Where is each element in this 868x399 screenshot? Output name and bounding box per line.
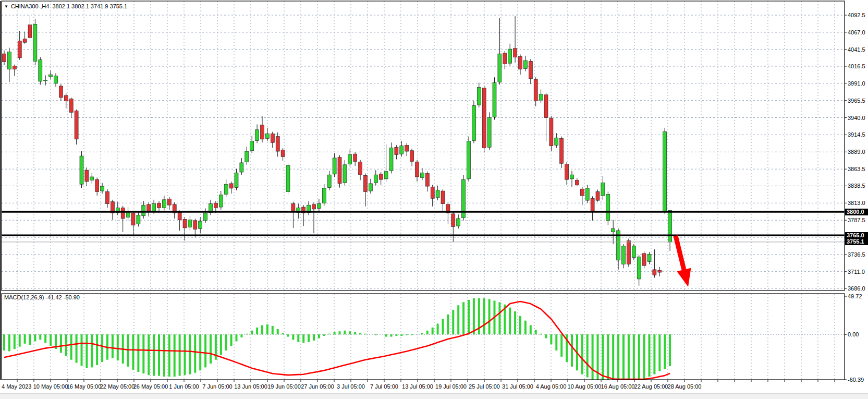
candle-body [369, 184, 372, 191]
macd-axis-label-bottom: -60.39 [848, 377, 864, 383]
candle-body [467, 141, 471, 179]
candle-body [477, 88, 481, 105]
candle-body [482, 88, 486, 148]
candle-body [204, 213, 207, 221]
price-axis-label: 3813.0 [848, 200, 865, 207]
candle-body [271, 134, 274, 143]
price-axis-label: 4041.5 [848, 46, 865, 53]
candle-body [229, 184, 233, 188]
candle-body [663, 132, 667, 212]
candle-body [312, 204, 316, 209]
price-axis-label: 3940.0 [848, 115, 865, 122]
candle-body [95, 179, 99, 191]
candle-body [642, 253, 646, 265]
candle-body [374, 175, 377, 183]
candle-body [18, 41, 21, 58]
candle-body [519, 56, 522, 69]
resistance-price-box: 3800.0 [845, 209, 868, 215]
candle-body [101, 186, 104, 191]
candle-body [415, 162, 419, 177]
candle-body [281, 150, 285, 156]
candle-body [75, 111, 78, 139]
support-price-box: 3765.0 [845, 232, 868, 239]
candle-body [534, 79, 537, 101]
macd-indicator-label: MACD(12,26,9) -41.42 -50.90 [4, 294, 80, 300]
macd-axis-label-top: 49.72 [848, 293, 862, 300]
candle-body [39, 60, 42, 81]
candle-body [240, 163, 243, 172]
candle-body [627, 240, 630, 264]
candle-body [178, 212, 181, 220]
candle-body [487, 118, 491, 148]
candle-body [90, 177, 94, 180]
candle-body [23, 39, 27, 42]
candle-body [389, 148, 393, 171]
candle-body [493, 83, 496, 117]
candle-body [214, 203, 217, 208]
candle-body [152, 204, 156, 211]
candle-body [224, 184, 228, 194]
candle-body [539, 94, 543, 100]
candle-body [523, 61, 527, 68]
price-axis-label: 3736.5 [848, 251, 865, 258]
price-axis-label: 3965.5 [848, 98, 865, 104]
candle-body [425, 174, 429, 186]
candle-body [49, 75, 53, 77]
candle-body [498, 54, 502, 82]
candle-body [395, 147, 398, 154]
candle-body [121, 208, 125, 219]
price-axis-label: 4067.0 [848, 29, 865, 36]
candle-body [327, 175, 331, 187]
price-axis-label: 4092.5 [848, 12, 865, 19]
candle-body [420, 173, 424, 177]
candle-body [653, 270, 656, 275]
candle-body [54, 76, 58, 83]
price-axis-label: 3711.0 [848, 269, 865, 275]
candlestick-chart-canvas[interactable] [0, 0, 868, 399]
symbol-timeframe: CHINA300-,H4 [11, 3, 49, 9]
price-axis-label: 3863.5 [848, 166, 865, 173]
candle-body [585, 188, 589, 200]
candle-body [3, 54, 6, 62]
candle-body [668, 210, 672, 242]
candle-body [622, 246, 626, 264]
candle-body [137, 215, 140, 224]
candle-body [596, 191, 600, 200]
price-axis-label: 4016.5 [848, 63, 865, 70]
candle-body [379, 174, 383, 179]
candle-body [612, 228, 615, 232]
symbol-dropdown-icon[interactable]: ▼ [4, 4, 8, 9]
candle-body [131, 213, 135, 225]
candle-body [106, 191, 109, 203]
candle-body [64, 95, 68, 101]
down-arrow-annotation[interactable] [676, 236, 684, 273]
candle-body [333, 158, 336, 174]
candle-body [80, 156, 83, 184]
candle-body [580, 189, 584, 196]
candle-body [400, 146, 404, 154]
macd-axis-label-zero: 0.00 [848, 331, 859, 338]
candle-body [147, 204, 151, 212]
candle-body [591, 198, 594, 212]
candle-body [193, 221, 197, 229]
candle-body [286, 165, 290, 191]
candle-body [250, 141, 254, 151]
chart-title: ▼CHINA300-,H4 3802.1 3802.1 3741.9 3755.… [4, 3, 127, 9]
price-axis-label: 3889.0 [848, 149, 865, 155]
candle-body [142, 205, 145, 216]
mt4-chart-window: ▼CHINA300-,H4 3802.1 3802.1 3741.9 3755.… [0, 0, 868, 399]
candle-body [555, 138, 558, 145]
ohlc-readout: 3802.1 3802.1 3741.9 3755.1 [52, 3, 127, 9]
candle-body [245, 151, 249, 162]
candle-body [503, 53, 507, 64]
candle-body [183, 219, 187, 228]
candle-body [544, 95, 548, 118]
price-axis-label: 3914.5 [848, 131, 865, 138]
candle-body [317, 204, 321, 209]
price-axis-label: 3686.0 [848, 285, 865, 292]
candle-body [33, 24, 37, 61]
candle-body [405, 145, 409, 151]
candle-body [457, 219, 460, 226]
candle-body [514, 49, 517, 57]
candle-body [570, 175, 574, 179]
